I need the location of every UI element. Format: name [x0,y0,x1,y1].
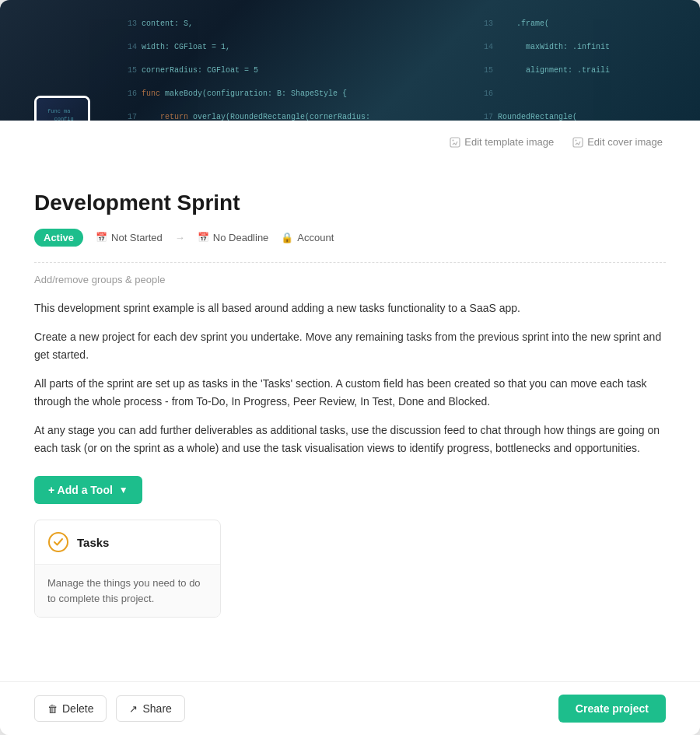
create-project-button[interactable]: Create project [558,695,666,723]
avatar: func ma config .fram .addB [34,96,90,121]
tasks-card-body: Manage the things you need to do to comp… [35,565,220,617]
svg-point-1 [453,139,454,141]
chevron-down-icon: ▼ [119,485,128,495]
code-block-right: 13 .frame( 14 maxWidth: .infinit 15 alig… [446,6,610,121]
avatar-inner: func ma config .fram .addB [37,98,88,121]
no-deadline-label: No Deadline [213,232,269,243]
add-tool-label: + Add a Tool [48,484,113,496]
avatar-code: func ma config .fram .addB [47,108,77,121]
edit-template-button[interactable]: Edit template image [446,135,557,149]
tasks-card-description: Manage the things you need to do to comp… [47,576,208,606]
line-num: 14 [484,43,498,51]
footer-left: 🗑 Delete ↗ Share [34,695,185,722]
trash-icon: 🗑 [47,703,58,715]
calendar2-icon: 📅 [198,232,209,243]
project-modal: 13 content: S, 14 width: CGFloat = 1, 15… [0,0,700,735]
description-p3: All parts of the sprint are set up as ta… [34,375,666,411]
delete-label: Delete [62,702,93,715]
tasks-card-name: Tasks [77,536,109,549]
no-deadline-item[interactable]: 📅 No Deadline [198,232,269,243]
active-badge[interactable]: Active [34,229,83,247]
lock-icon: 🔒 [281,232,293,243]
edit-template-label: Edit template image [464,136,554,148]
cover-image: 13 content: S, 14 width: CGFloat = 1, 15… [0,0,700,121]
svg-rect-0 [450,138,460,147]
project-title: Development Sprint [34,190,666,216]
divider [34,262,666,263]
tasks-card[interactable]: Tasks Manage the things you need to do t… [34,520,221,618]
tasks-card-header: Tasks [35,520,220,565]
footer: 🗑 Delete ↗ Share Create project [0,681,700,735]
line-num: 15 [484,66,498,75]
line-num: 17 [128,113,142,121]
line-num: 13 [484,19,498,28]
line-num: 14 [128,43,142,51]
tasks-icon [47,531,69,553]
account-label: Account [297,232,334,243]
share-icon: ↗ [129,703,138,715]
account-item[interactable]: 🔒 Account [281,232,334,243]
calendar-icon: 📅 [96,232,107,243]
arrow-icon: → [175,232,185,243]
description-p2: Create a new project for each dev sprint… [34,328,666,364]
edit-cover-label: Edit cover image [587,136,663,148]
delete-button[interactable]: 🗑 Delete [34,695,107,722]
groups-add-link[interactable]: Add/remove groups & people [34,274,666,285]
svg-rect-2 [573,138,583,147]
edit-buttons-row: Edit template image Edit cover image [0,128,700,149]
line-num: 13 [128,19,142,28]
description-p4: At any stage you can add further deliver… [34,422,666,457]
edit-cover-icon [572,137,583,148]
code-block-left: 13 content: S, 14 width: CGFloat = 1, 15… [90,6,431,121]
line-num: 15 [128,66,142,75]
not-started-item[interactable]: 📅 Not Started [96,232,163,243]
add-tool-button[interactable]: + Add a Tool ▼ [34,476,142,504]
edit-cover-button[interactable]: Edit cover image [569,135,666,149]
not-started-label: Not Started [111,232,163,243]
line-num: 16 [484,89,498,98]
share-label: Share [142,702,171,715]
svg-point-4 [49,533,68,551]
svg-point-3 [576,139,577,141]
status-row: Active 📅 Not Started → 📅 No Deadline 🔒 A… [34,229,666,247]
edit-template-icon [450,137,460,148]
share-button[interactable]: ↗ Share [116,695,184,722]
cover-code-overlay: 13 content: S, 14 width: CGFloat = 1, 15… [0,0,700,121]
avatar-area: func ma config .fram .addB [34,96,90,121]
line-num: 17 [484,113,498,121]
main-content: Development Sprint Active 📅 Not Started … [0,149,700,681]
line-num: 16 [128,89,142,98]
description-p1: This development sprint example is all b… [34,299,666,317]
